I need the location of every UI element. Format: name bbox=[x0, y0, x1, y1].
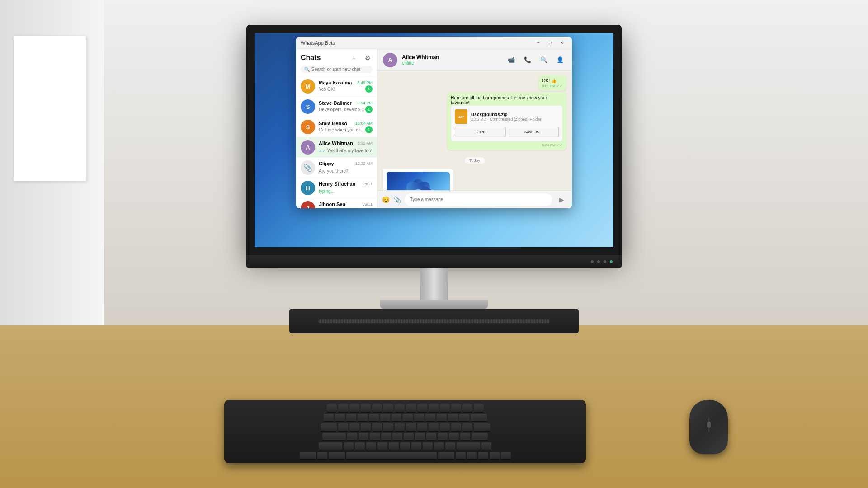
file-name: Backgrounds.zip bbox=[471, 112, 559, 117]
save-file-button[interactable]: Save as... bbox=[508, 127, 559, 137]
msg-text-backgrounds: Here are all the backgrounds. Let me kno… bbox=[451, 95, 547, 105]
sidebar-title-row: Chats + ⚙ bbox=[301, 53, 373, 63]
monitor-dot-1 bbox=[591, 260, 594, 263]
open-file-button[interactable]: Open bbox=[455, 127, 506, 137]
key-w bbox=[349, 423, 359, 432]
unread-badge-staia: 1 bbox=[365, 126, 373, 133]
key-9 bbox=[425, 414, 435, 422]
sidebar-header: Chats + ⚙ 🔍 bbox=[296, 49, 377, 76]
close-button[interactable]: ✕ bbox=[557, 38, 567, 47]
key-y bbox=[395, 423, 405, 432]
voice-call-button[interactable]: 📞 bbox=[521, 54, 534, 66]
key-down bbox=[490, 452, 500, 460]
speaker-bar bbox=[289, 309, 579, 333]
monitor-bottom-bar bbox=[246, 255, 622, 268]
chat-area: A Alice Whitman online 📹 📞 🔍 👤 bbox=[377, 49, 572, 208]
chat-item-steve[interactable]: S Steve Ballmer 2:54 PM Developers, deve… bbox=[296, 97, 377, 117]
chat-item-staia[interactable]: S Staia Benko 10:04 AM Call me when you … bbox=[296, 117, 377, 137]
chat-item-maya[interactable]: M Maya Kasuma 3:48 PM Yes OK! 1 bbox=[296, 76, 377, 97]
emoji-button[interactable]: 😊 bbox=[382, 196, 390, 203]
file-info: ZIP Backgrounds.zip 23.5 MB · Compressed… bbox=[455, 109, 559, 124]
user-profile-button[interactable]: 👤 bbox=[554, 54, 566, 66]
settings-button[interactable]: ⚙ bbox=[363, 53, 373, 63]
key-row-2 bbox=[229, 414, 581, 422]
key-e bbox=[361, 423, 371, 432]
key-z bbox=[344, 442, 354, 450]
key-f6 bbox=[395, 404, 405, 413]
key-lalt bbox=[329, 452, 345, 460]
chat-time-henry: 05/11 bbox=[362, 182, 373, 186]
chat-info-staia: Staia Benko 10:04 AM Call me when you ca… bbox=[319, 121, 373, 133]
avatar-alice: A bbox=[301, 140, 315, 155]
key-row-5 bbox=[229, 442, 581, 450]
monitor-screen: WhatsApp Beta − □ ✕ Chats bbox=[255, 33, 613, 247]
attach-button[interactable]: 📎 bbox=[393, 196, 401, 203]
date-divider-label: Today bbox=[465, 157, 485, 164]
key-8 bbox=[414, 414, 424, 422]
search-box[interactable]: 🔍 bbox=[301, 66, 373, 73]
mouse bbox=[689, 400, 728, 454]
chat-contact-status: online bbox=[402, 61, 500, 66]
chat-info-alice: Alice Whitman 8:32 AM ✓✓ Yes that's my f… bbox=[319, 141, 373, 154]
chat-item-clippy[interactable]: 📎 Clippy 12:32 AM Are you there? bbox=[296, 158, 377, 178]
key-f2 bbox=[349, 404, 359, 413]
message-input[interactable] bbox=[405, 193, 552, 206]
monitor: WhatsApp Beta − □ ✕ Chats bbox=[246, 25, 622, 333]
new-chat-button[interactable]: + bbox=[349, 53, 359, 63]
key-f3 bbox=[361, 404, 371, 413]
key-esc bbox=[327, 404, 337, 413]
monitor-power-dot bbox=[610, 260, 613, 263]
chat-list: M Maya Kasuma 3:48 PM Yes OK! 1 bbox=[296, 76, 377, 208]
message-image: This is beautiful! 8:32 AM bbox=[383, 169, 453, 190]
avatar-jihoon: J bbox=[301, 201, 315, 208]
key-m bbox=[411, 442, 421, 450]
key-1 bbox=[335, 414, 345, 422]
key-0 bbox=[437, 414, 447, 422]
chat-preview-steve: Developers, developers, develo... bbox=[319, 107, 365, 112]
sidebar: Chats + ⚙ 🔍 bbox=[296, 49, 377, 208]
chat-header-avatar: A bbox=[383, 53, 397, 67]
send-button[interactable]: ▶ bbox=[556, 194, 567, 206]
key-caps bbox=[322, 433, 346, 441]
chat-info-jihoon: Jihoon Seo 05/11 ✓✓ 🔊 Big jump! bbox=[319, 202, 373, 208]
key-f10 bbox=[440, 404, 450, 413]
video-call-button[interactable]: 📹 bbox=[505, 54, 518, 66]
chat-info-clippy: Clippy 12:32 AM Are you there? bbox=[319, 161, 373, 174]
chat-item-alice[interactable]: A Alice Whitman 8:32 AM ✓✓ Yes that's my… bbox=[296, 137, 377, 158]
name-row-clippy: Clippy 12:32 AM bbox=[319, 161, 373, 166]
key-x bbox=[355, 442, 365, 450]
key-t bbox=[383, 423, 393, 432]
monitor-dot-3 bbox=[604, 260, 606, 263]
key-7 bbox=[403, 414, 413, 422]
key-h bbox=[404, 433, 414, 441]
key-slash bbox=[445, 442, 455, 450]
win11-bloom-image bbox=[387, 172, 450, 190]
chat-item-henry[interactable]: H Henry Strachan 05/11 typing... bbox=[296, 178, 377, 198]
monitor-screen-outer: WhatsApp Beta − □ ✕ Chats bbox=[246, 25, 622, 255]
key-k bbox=[426, 433, 436, 441]
title-bar: WhatsApp Beta − □ ✕ bbox=[296, 37, 572, 49]
shelf bbox=[14, 36, 86, 181]
minimize-button[interactable]: − bbox=[533, 38, 544, 47]
maximize-button[interactable]: □ bbox=[545, 38, 556, 47]
search-input[interactable] bbox=[311, 67, 369, 72]
key-enter2 bbox=[472, 433, 488, 441]
key-lctrl bbox=[300, 452, 316, 460]
msg-time-backgrounds: 8:04 PM ✓✓ bbox=[451, 143, 563, 147]
key-backspace bbox=[471, 414, 487, 422]
monitor-stand-base bbox=[380, 300, 488, 309]
key-i bbox=[417, 423, 427, 432]
key-lshift bbox=[319, 442, 342, 450]
date-divider-today: Today bbox=[383, 155, 566, 164]
msg-bubble-image: This is beautiful! 8:32 AM bbox=[383, 169, 453, 190]
chat-item-jihoon[interactable]: J Jihoon Seo 05/11 ✓✓ 🔊 Big jump! bbox=[296, 198, 377, 208]
key-f5 bbox=[383, 404, 393, 413]
search-chat-button[interactable]: 🔍 bbox=[538, 54, 550, 66]
key-u bbox=[406, 423, 416, 432]
key-b bbox=[389, 442, 399, 450]
key-period bbox=[434, 442, 444, 450]
chat-info-henry: Henry Strachan 05/11 typing... bbox=[319, 181, 373, 195]
key-f11 bbox=[451, 404, 461, 413]
chat-name-staia: Staia Benko bbox=[319, 121, 347, 126]
key-o bbox=[429, 423, 439, 432]
